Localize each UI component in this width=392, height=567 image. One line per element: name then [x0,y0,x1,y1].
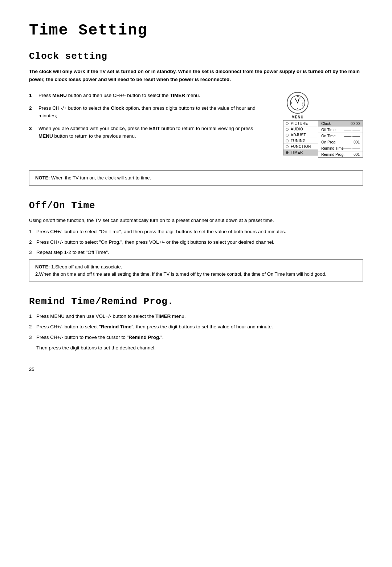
svg-text:2: 2 [301,97,302,99]
label-audio: AUDIO [291,127,303,131]
clock-setting-section: Clock setting The clock will only work i… [29,51,363,186]
remind-step-3b: Then press the digit buttons to set the … [36,344,363,352]
svg-text:9: 9 [291,102,292,104]
offon-step-3: 3 Repeat step 1-2 to set "Off Time". [29,249,363,256]
remind-step-3: 3 Press CH+/- button to move the cursor … [29,334,363,341]
tv-panel-row-picture: PICTURE [283,121,319,126]
label-tuning: TUNING [291,139,306,143]
step-3-text: When you are satisfied with your choice,… [38,125,269,140]
offon-step-2-num: 2 [29,239,35,246]
diagram-wrapper: 12 3 6 9 1 2 4 5 [283,92,363,165]
submenu-label-remindprog: Remind Prog. [321,152,344,157]
menu-label: MENU [287,115,309,119]
clock-content: 1 Press MENU button and then use CH+/- b… [29,92,363,165]
offon-step-1-text: Press CH+/- button to select "On Time", … [36,228,286,236]
submenu-value-remindtime: ——:—— [344,146,360,150]
offon-step-3-text: Repeat step 1-2 to set "Off Time". [36,249,109,256]
remind-heading: Remind Time/Remind Prog. [29,296,363,307]
submenu-row-onprog: On Prog. 001 [318,139,363,145]
tv-panel: PICTURE AUDIO ADJUST TUNING [283,120,319,155]
tv-panel-row-tuning: TUNING [283,138,319,144]
offon-step-2: 2 Press CH+/- button to select "On Prog.… [29,239,363,246]
dot-picture [286,122,289,125]
remind-steps: 1 Press MENU and then use VOL+/- button … [29,313,363,352]
offon-steps: 1 Press CH+/- button to select "On Time"… [29,228,363,257]
remind-step-1-num: 1 [29,313,35,320]
label-timer: TIMER [291,150,303,154]
remind-step-3b-text: Then press the digit buttons to set the … [36,344,156,352]
clock-step-1: 1 Press MENU button and then use CH+/- b… [29,92,269,100]
offon-step-2-text: Press CH+/- button to select "On Prog.",… [36,239,274,246]
offon-note-line2: 2.When the on time and off time are all … [35,271,357,278]
svg-text:4: 4 [302,100,303,101]
submenu-panel: Clock 00:00 Off Time ——:—— On Time ——:——… [318,120,363,158]
dot-tuning [286,139,289,142]
submenu-row-offtime: Off Time ——:—— [318,127,363,133]
svg-line-10 [295,98,298,103]
clock-step-3: 3 When you are satisfied with your choic… [29,125,269,140]
remind-section: Remind Time/Remind Prog. 1 Press MENU an… [29,296,363,352]
label-function: FUNCTION [291,145,311,149]
offon-note: NOTE: 1.Sleep off and off time associate… [29,259,363,282]
tv-panel-row-function: FUNCTION [283,144,319,150]
svg-point-11 [297,102,298,104]
dot-audio [286,128,289,131]
submenu-row-clock: Clock 00:00 [318,121,363,127]
page-number: 25 [29,366,363,372]
tv-panel-row-audio: AUDIO [283,126,319,132]
submenu-label-ontime: On Time [321,134,336,138]
step-2-text: Press CH -/+ button to select the Clock … [38,105,269,120]
offon-heading: Off/On Time [29,200,363,211]
step-1-num: 1 [29,92,37,100]
submenu-label-onprog: On Prog. [321,140,336,144]
svg-text:3: 3 [302,102,303,104]
svg-text:12: 12 [297,95,299,97]
submenu-row-ontime: On Time ——:—— [318,133,363,139]
clock-svg: 12 3 6 9 1 2 4 5 [290,95,306,111]
dot-function [286,145,289,148]
remind-step-1-text: Press MENU and then use VOL+/- button to… [36,313,186,320]
offon-step-1-num: 1 [29,228,35,236]
remind-step-3-num: 3 [29,334,35,341]
submenu-value-ontime: ——:—— [344,134,360,138]
submenu-value-clock: 00:00 [351,122,360,126]
page-title: Time Setting [29,22,363,39]
clock-note: NOTE: When the TV turn on, the clock wil… [29,170,363,186]
tv-panel-row-timer: TIMER [283,150,319,155]
label-adjust: ADJUST [291,133,306,137]
submenu-row-remindtime: Remind Time ——:—— [318,145,363,151]
tv-diagram: 12 3 6 9 1 2 4 5 [283,92,363,165]
clock-note-text: NOTE: When the TV turn on, the clock wil… [35,175,151,181]
clock-icon: 12 3 6 9 1 2 4 5 [287,92,309,114]
offon-note-line1: NOTE: 1.Sleep off and off time associate… [35,263,357,271]
submenu-value-remindprog: 001 [354,153,360,157]
step-2-num: 2 [29,105,37,120]
remind-step-2-num: 2 [29,323,35,331]
offon-step-3-num: 3 [29,249,35,256]
step-1-text: Press MENU button and then use CH+/- but… [38,92,269,100]
tv-panel-row-adjust: ADJUST [283,132,319,138]
remind-step-2: 2 Press CH+/- button to select "Remind T… [29,323,363,331]
clock-intro: The clock will only work if the TV set i… [29,68,363,83]
svg-line-9 [298,99,299,103]
remind-step-3-text: Press CH+/- button to move the cursor to… [36,334,164,341]
clock-setting-heading: Clock setting [29,51,363,62]
offon-section: Off/On Time Using on/off time function, … [29,200,363,282]
clock-step-2: 2 Press CH -/+ button to select the Cloc… [29,105,269,120]
submenu-label-clock: Clock [321,121,331,126]
svg-text:6: 6 [297,108,298,110]
submenu-row-remindprog: Remind Prog. 001 [318,151,363,157]
remind-step-1: 1 Press MENU and then use VOL+/- button … [29,313,363,320]
svg-text:5: 5 [302,104,303,106]
offon-step-1: 1 Press CH+/- button to select "On Time"… [29,228,363,236]
remind-step-2-text: Press CH+/- button to select "Remind Tim… [36,323,273,331]
clock-steps-list: 1 Press MENU button and then use CH+/- b… [29,92,269,145]
submenu-value-offtime: ——:—— [344,128,360,132]
label-picture: PICTURE [291,121,308,125]
offon-intro: Using on/off time function, the TV set c… [29,217,363,224]
dot-timer [286,151,289,154]
dot-adjust [286,134,289,137]
submenu-label-offtime: Off Time [321,127,335,132]
step-3-num: 3 [29,125,37,140]
submenu-label-remindtime: Remind Time [321,146,344,150]
